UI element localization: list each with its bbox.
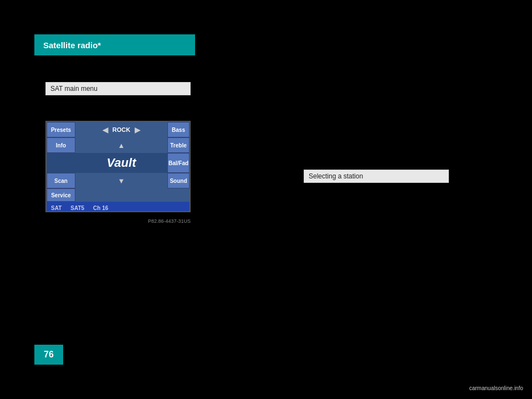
channel-left-arrow[interactable]: ◀ [103, 126, 108, 134]
status-ch: Ch 16 [93, 205, 108, 211]
sat-screen: Presets ◀ ROCK ▶ Bass Info ▲ Treble Vaul… [45, 121, 191, 212]
screen-row-4: Scan ▼ Sound [47, 173, 190, 188]
arrow-up-area: ▲ [75, 137, 167, 153]
channel-name: ROCK [112, 126, 130, 133]
middle-left-spacer [47, 153, 75, 173]
part-number-text: P82.86-4437-31US [148, 218, 191, 224]
up-arrow-icon[interactable]: ▲ [118, 141, 125, 150]
down-arrow-icon[interactable]: ▼ [118, 177, 125, 185]
sound-button[interactable]: Sound [167, 173, 190, 188]
channel-area: ◀ ROCK ▶ [75, 122, 167, 137]
channel-right-arrow[interactable]: ▶ [135, 126, 140, 134]
arrow-down-area: ▼ [75, 173, 167, 188]
treble-button[interactable]: Treble [167, 137, 190, 153]
page-number-badge: 76 [34, 345, 63, 365]
header-banner: Satellite radio* [34, 34, 195, 55]
screen-status-bar: SAT SAT5 Ch 16 [47, 202, 190, 212]
status-sat: SAT [51, 205, 62, 211]
sat-main-menu-label: SAT main menu [45, 82, 191, 95]
service-button[interactable]: Service [47, 188, 75, 202]
part-number-area: P82.86-4437-31US [45, 215, 191, 225]
bass-button[interactable]: Bass [167, 122, 190, 137]
presets-button[interactable]: Presets [47, 122, 75, 137]
page-number: 76 [44, 350, 54, 360]
screen-row-1: Presets ◀ ROCK ▶ Bass [47, 122, 190, 137]
screen-row-5: Service [47, 188, 190, 202]
sat-main-menu-text: SAT main menu [50, 85, 98, 93]
screen-row-2: Info ▲ Treble [47, 137, 190, 153]
vault-area: Vault [75, 153, 167, 173]
selecting-station-label: Selecting a station [304, 170, 449, 183]
info-button[interactable]: Info [47, 137, 75, 153]
display-text: Vault [107, 156, 136, 170]
watermark-text: carmanualsonline.info [469, 385, 523, 391]
status-sat5: SAT5 [70, 205, 84, 211]
selecting-station-text: Selecting a station [309, 172, 363, 180]
header-title: Satellite radio* [43, 40, 101, 50]
balfad-button[interactable]: Bal/Fad [167, 153, 190, 173]
watermark: carmanualsonline.info [465, 380, 528, 395]
screen-row-3: Vault Bal/Fad [47, 153, 190, 173]
scan-button[interactable]: Scan [47, 173, 75, 188]
